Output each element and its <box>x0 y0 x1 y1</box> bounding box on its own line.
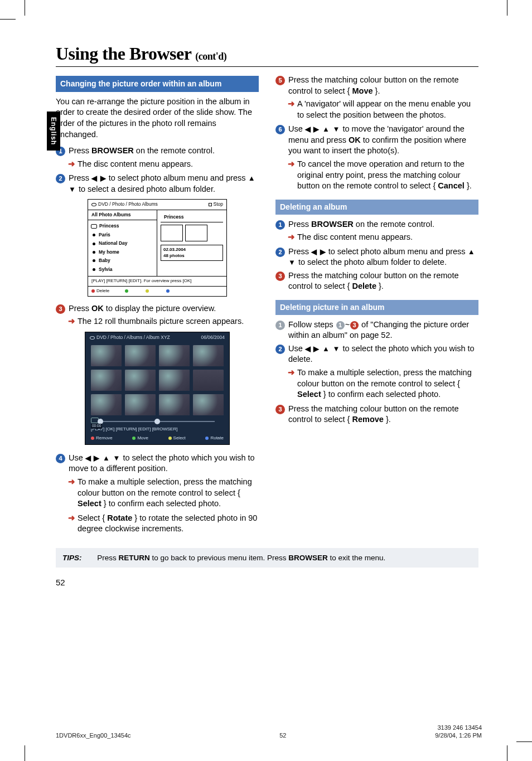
result-text: The disc content menu appears. <box>297 232 413 243</box>
step-bullet-2-icon: 2 <box>275 248 285 257</box>
list-item: Princess <box>99 223 119 229</box>
blue-dot-icon <box>205 437 209 440</box>
photoroll-icon <box>91 224 97 229</box>
browser-keyword: BROWSER <box>288 554 328 562</box>
dp-step-3-text: Press the matching colour button on the … <box>288 404 478 425</box>
crop-mark <box>25 745 25 761</box>
result-text: To cancel the move operation and return … <box>297 159 478 192</box>
print-footer: 1DVDR6xx_Eng00_13454c 52 9/28/04, 1:26 P… <box>56 732 482 739</box>
inline-bullet-3-icon: 3 <box>350 321 359 329</box>
step-6-result: ➜ To cancel the move operation and retur… <box>275 159 478 192</box>
crop-mark <box>516 741 532 742</box>
crop-mark <box>507 745 507 761</box>
da-step-2: 2 Press ◀ ▶ to select photo album menu a… <box>275 246 478 268</box>
text: to display the picture overview. <box>104 304 216 313</box>
crop-mark <box>25 0 25 16</box>
arrow-icon: ➜ <box>68 159 75 170</box>
dp-step-3: 3 Press the matching colour button on th… <box>275 404 478 425</box>
dp-step-2: 2 Use ◀ ▶ ▲ ▼ to select the photo which … <box>275 343 478 365</box>
thumbnail-cell <box>159 394 190 415</box>
thumbnail-cell <box>125 370 156 391</box>
text: Use <box>69 453 85 462</box>
bullet-icon <box>93 251 95 254</box>
ok-keyword: OK <box>91 304 104 313</box>
footer-filename: 1DVDR6xx_Eng00_13454c <box>56 732 131 739</box>
result-text: The 12 roll thumbnails picture screen ap… <box>78 316 244 327</box>
rotate-keyword: Rotate <box>107 513 132 522</box>
dpad-arrows-icon: ◀ ▶ ▲ ▼ <box>305 125 341 133</box>
thumbnail-cell <box>159 370 190 391</box>
step-bullet-1-icon: 1 <box>275 220 285 230</box>
delete-keyword: Delete <box>352 282 376 290</box>
step-6: 6 Use ◀ ▶ ▲ ▼ to move the 'navigator' ar… <box>275 124 478 157</box>
browser-keyword: BROWSER <box>311 220 354 229</box>
disc-icon <box>90 336 95 340</box>
bullet-icon <box>93 234 95 236</box>
album-date: 02.03.2004 <box>163 247 220 253</box>
list-item: Paris <box>99 232 110 238</box>
remove-keyword: Remove <box>352 415 383 424</box>
return-keyword: RETURN <box>119 554 150 562</box>
yellow-dot-icon <box>168 437 172 440</box>
breadcrumb-path: DVD / Photo / Photo Albums <box>98 201 158 207</box>
arrow-icon: ➜ <box>68 477 75 488</box>
album-cell: ALB. <box>193 370 224 391</box>
text: Press <box>97 554 118 562</box>
step-1-text: Press BROWSER on the remote control. <box>69 146 259 157</box>
step-bullet-1-icon: 1 <box>275 321 285 330</box>
result-text: A 'navigator' will appear on the menu en… <box>297 99 478 120</box>
dp-step-1-text: Follow steps 1~3 of "Changing the pictur… <box>288 319 478 341</box>
cancel-keyword: Cancel <box>438 181 465 190</box>
move-keyword: Move <box>352 86 373 95</box>
thumbnail-cell <box>125 345 156 366</box>
step-4: 4 Use ◀ ▶ ▲ ▼ to select the photo which … <box>56 453 259 474</box>
intro-text: You can re-arrange the picture position … <box>56 96 259 140</box>
color-btn-label: Select <box>173 435 186 440</box>
text: Select { <box>78 513 107 522</box>
crop-mark <box>0 19 16 20</box>
footer-code: 3139 246 13454 <box>437 724 482 731</box>
album-list-figure: DVD / Photo / Photo Albums Stop All Phot… <box>88 199 227 296</box>
arrow-icon: ➜ <box>288 367 295 379</box>
dpad-lr-icon: ◀ ▶ <box>311 248 326 256</box>
thumbnail-cell <box>193 394 224 415</box>
thumbnail-cell <box>125 394 156 415</box>
album-count: 48 photos <box>163 253 220 259</box>
text: } to confirm each selected photo. <box>101 499 221 508</box>
timeline-slider: 00:00 <box>91 418 224 425</box>
select-keyword: Select <box>297 390 321 399</box>
color-btn-label: Remove <box>96 435 113 440</box>
color-btn-label: Delete <box>96 288 109 293</box>
text: Use <box>288 124 305 133</box>
list-item: Sylvia <box>99 266 113 273</box>
thumbnail-placeholder <box>161 225 183 241</box>
text: Follow steps <box>288 320 336 329</box>
inline-bullet-1-icon: 1 <box>336 321 345 329</box>
step-1-result: ➜ The disc content menu appears. <box>56 159 259 170</box>
title-main: Using the Browser <box>56 43 191 64</box>
step-5-text: Press the matching colour button on the … <box>288 75 478 96</box>
text: to select photo album menu and press <box>326 247 468 256</box>
language-tab: English <box>47 112 60 151</box>
step-bullet-5-icon: 5 <box>275 76 285 85</box>
text: on the remote control. <box>134 146 215 155</box>
text: to select the photo album folder to dele… <box>296 258 447 266</box>
step-4-result-2: ➜ Select { Rotate } to rotate the select… <box>56 513 259 535</box>
bullet-icon <box>93 268 95 271</box>
text: }. <box>465 181 472 190</box>
step-bullet-3-icon: 3 <box>56 304 65 314</box>
tips-label: TIPS: <box>62 554 82 562</box>
arrow-icon: ➜ <box>68 316 75 327</box>
list-item: National Day <box>99 240 128 246</box>
step-bullet-4-icon: 4 <box>56 454 65 463</box>
step-bullet-3-icon: 3 <box>275 272 285 281</box>
list-item: My home <box>99 249 119 255</box>
text: to select a desired photo album folder. <box>76 185 215 193</box>
text: Press <box>69 304 91 313</box>
dpad-arrows-icon: ◀ ▶ ▲ ▼ <box>305 345 341 353</box>
color-btn-label: Move <box>137 435 148 440</box>
dpad-arrows-icon: ◀ ▶ ▲ ▼ <box>85 454 121 462</box>
bullet-icon <box>93 259 95 262</box>
stop-label: Stop <box>214 201 224 207</box>
thumbnail-cell <box>91 370 122 391</box>
